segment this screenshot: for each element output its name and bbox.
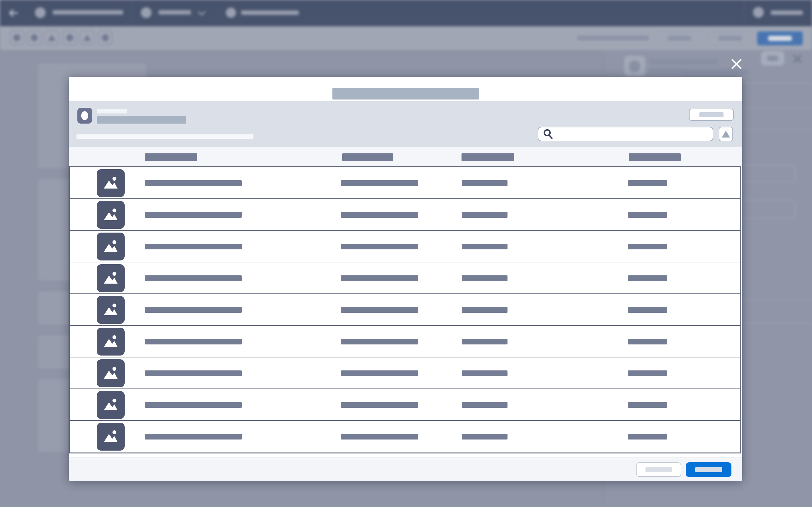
image-icon-thumbnail [97,359,125,387]
cell-text-placeholder [628,180,667,186]
table-row[interactable] [70,199,740,231]
triangle-up-icon [722,130,730,137]
table-row[interactable] [70,421,740,452]
cell-text-placeholder [462,402,507,408]
header-action-button[interactable] [689,109,734,121]
cell-text-placeholder [341,307,418,313]
cell-text-placeholder [145,371,242,376]
image-icon-thumbnail [97,201,125,229]
button-label-placeholder [699,112,723,117]
column-header-placeholder[interactable] [461,153,514,161]
cell-text-placeholder [628,275,667,281]
button-label-placeholder [695,467,722,472]
table-row[interactable] [70,294,740,326]
cell-text-placeholder [462,371,507,376]
record-avatar-icon [78,108,92,124]
cancel-button[interactable] [636,462,681,477]
image-icon-thumbnail [97,296,125,324]
cell-text-placeholder [341,244,418,249]
image-icon-thumbnail [97,233,125,261]
image-icon-thumbnail [97,391,125,419]
button-label-placeholder [646,467,672,472]
cell-text-placeholder [462,307,507,313]
modal-title-placeholder [333,88,479,100]
search-input[interactable] [538,127,713,141]
table-row[interactable] [70,326,740,357]
image-icon-thumbnail [97,264,125,292]
record-select-modal [69,77,742,481]
cell-text-placeholder [145,402,242,408]
column-header-placeholder[interactable] [145,153,197,161]
cell-text-placeholder [462,180,507,186]
record-eyebrow-placeholder [97,109,127,113]
sort-button[interactable] [719,127,733,141]
cell-text-placeholder [462,244,507,249]
cell-text-placeholder [341,339,418,344]
cell-text-placeholder [341,180,418,186]
confirm-button[interactable] [686,462,731,477]
screen [0,0,812,507]
cell-text-placeholder [628,402,667,408]
image-icon-thumbnail [97,423,125,451]
column-header-placeholder[interactable] [342,153,393,161]
cell-text-placeholder [145,339,242,344]
cell-text-placeholder [462,212,507,218]
cell-text-placeholder [628,212,667,218]
cell-text-placeholder [341,371,418,376]
cell-text-placeholder [628,307,667,313]
cell-text-placeholder [145,244,242,249]
cell-text-placeholder [145,180,242,186]
cell-text-placeholder [145,212,242,218]
image-icon-thumbnail [97,169,125,197]
record-name-placeholder [97,116,186,124]
column-header-placeholder[interactable] [629,153,681,161]
table-row[interactable] [70,357,740,389]
cell-text-placeholder [462,434,507,440]
table-row[interactable] [70,262,740,294]
cell-text-placeholder [145,307,242,313]
cell-text-placeholder [628,339,667,344]
magnifier-icon [543,129,554,139]
modal-footer [69,458,742,481]
cell-text-placeholder [341,402,418,408]
cell-text-placeholder [145,434,242,440]
cell-text-placeholder [628,244,667,249]
cell-text-placeholder [628,371,667,376]
cell-text-placeholder [462,275,507,281]
table-row[interactable] [70,231,740,262]
table-body [69,166,741,453]
cell-text-placeholder [628,434,667,440]
table-row[interactable] [70,389,740,421]
cell-text-placeholder [462,339,507,344]
cell-text-placeholder [341,275,418,281]
cell-text-placeholder [341,212,418,218]
image-icon-thumbnail [97,328,125,355]
table-header-row [69,147,742,166]
cell-text-placeholder [341,434,418,440]
cell-text-placeholder [145,275,242,281]
table-row[interactable] [70,167,740,199]
modal-record-header [69,101,742,147]
modal-close-x-icon[interactable] [730,58,743,70]
record-detail-placeholder [77,134,253,139]
